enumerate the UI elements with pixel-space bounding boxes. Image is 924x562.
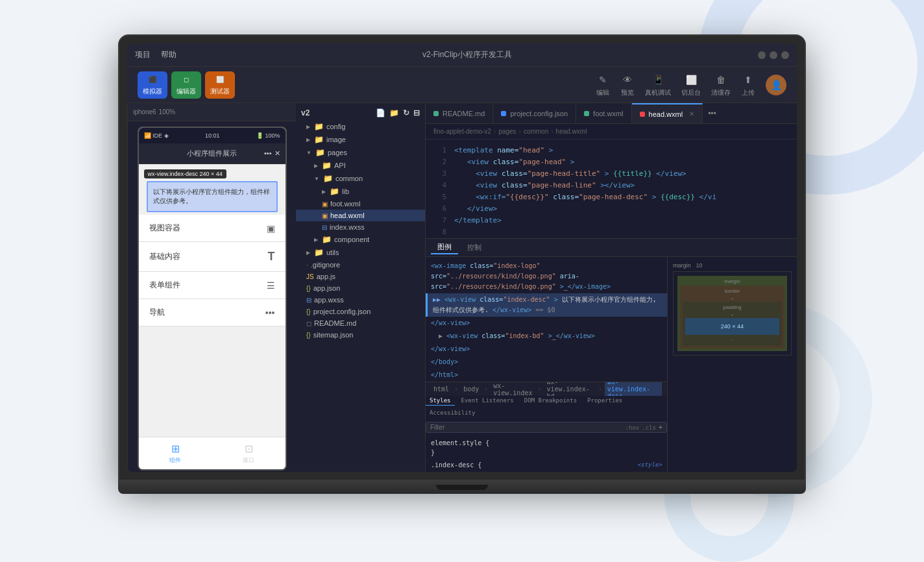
section-text-1: 基础内容 bbox=[149, 251, 180, 262]
tab-head-wxml[interactable]: head.wxml ✕ bbox=[632, 103, 703, 123]
html-node-6[interactable]: </html> bbox=[426, 369, 667, 382]
tab-label: README.md bbox=[443, 110, 485, 117]
section-text-0: 视图容器 bbox=[149, 223, 180, 234]
el-tab-properties[interactable]: Properties bbox=[583, 396, 626, 406]
tree-item-head-wxml[interactable]: ▣ head.wxml bbox=[296, 210, 425, 221]
sel-wx-view-index[interactable]: wx-view.index bbox=[491, 382, 535, 396]
tab-readme[interactable]: README.md bbox=[426, 103, 493, 123]
html-node-1[interactable]: ▶▶ <wx-view class="index-desc" > 以下将展示小程… bbox=[426, 293, 667, 317]
tree-item-project-config[interactable]: {} project.config.json bbox=[296, 306, 425, 317]
tree-item-common[interactable]: ▼ 📁 common bbox=[296, 172, 425, 185]
tree-item-component[interactable]: ▶ 📁 component bbox=[296, 233, 425, 246]
html-node-4[interactable]: </wx-view> bbox=[426, 343, 667, 356]
edit-action[interactable]: ✎ 编辑 bbox=[596, 73, 610, 97]
tree-item-image[interactable]: ▶ 📁 image bbox=[296, 133, 425, 146]
toolbar: ⬛ 模拟器 ◻ 编辑器 ⬜ 测试器 bbox=[127, 67, 797, 103]
phone-section-1[interactable]: 基础内容 T bbox=[139, 242, 286, 272]
code-line-5: 5 <wx:if="{{desc}}" class="page-head-des… bbox=[426, 191, 797, 203]
tree-item-utils[interactable]: ▶ 📁 utils bbox=[296, 246, 425, 259]
el-tab-dom-breakpoints[interactable]: DOM Breakpoints bbox=[520, 396, 581, 406]
tab-close-icon[interactable]: ✕ bbox=[689, 110, 694, 117]
html-node-0[interactable]: <wx-image class="index-logo" src="../res… bbox=[426, 260, 667, 293]
tab-more[interactable]: ••• bbox=[703, 103, 722, 123]
sel-html[interactable]: html bbox=[431, 385, 452, 393]
simulator-label: 模拟器 bbox=[143, 87, 162, 96]
tree-refresh-icon[interactable]: ↻ bbox=[403, 108, 409, 117]
component-nav-label: 组件 bbox=[169, 456, 181, 465]
code-line-6: 6 </view> bbox=[426, 203, 797, 215]
el-tab-event-listeners[interactable]: Event Listeners bbox=[457, 396, 518, 406]
tree-item-label: image bbox=[326, 136, 346, 143]
nav-close-icon[interactable]: ✕ bbox=[274, 149, 280, 158]
file-icon: ▣ bbox=[322, 201, 328, 208]
user-avatar[interactable]: 👤 bbox=[766, 75, 786, 95]
filter-hint-hov[interactable]: :hov bbox=[626, 424, 640, 431]
folder-icon: 📁 bbox=[314, 248, 324, 257]
clear-cache-action[interactable]: 🗑 清缓存 bbox=[711, 73, 731, 97]
upload-label: 上传 bbox=[742, 88, 755, 97]
tree-item-api[interactable]: ▶ 📁 API bbox=[296, 159, 425, 172]
menu-item-project[interactable]: 项目 bbox=[135, 49, 151, 60]
app-title: 小程序组件展示 bbox=[187, 149, 237, 158]
tab-project-config[interactable]: project.config.json bbox=[493, 103, 576, 123]
tree-item-gitignore[interactable]: · .gitignore bbox=[296, 259, 425, 271]
code-line-8: 8 bbox=[426, 226, 797, 238]
filter-input[interactable] bbox=[430, 424, 623, 431]
tree-item-lib[interactable]: ▶ 📁 lib bbox=[296, 185, 425, 198]
real-device-action[interactable]: 📱 真机调试 bbox=[645, 73, 671, 97]
sel-wx-view-index-hd[interactable]: wx-view.index-hd bbox=[544, 382, 596, 396]
html-node-2[interactable]: </wx-view> bbox=[426, 317, 667, 330]
tree-item-pages[interactable]: ▼ 📁 pages bbox=[296, 146, 425, 159]
phone-section-2[interactable]: 表单组件 ☰ bbox=[139, 272, 286, 299]
editor-label: 编辑器 bbox=[176, 87, 196, 96]
device-name: iphone6 bbox=[133, 108, 156, 116]
sel-body[interactable]: body bbox=[461, 385, 481, 393]
bottom-tab-view[interactable]: 图例 bbox=[431, 241, 458, 254]
tree-item-readme[interactable]: ◻ README.md bbox=[296, 317, 425, 329]
tree-item-app-json[interactable]: {} app.json bbox=[296, 282, 425, 294]
editor-button[interactable]: ◻ 编辑器 bbox=[171, 71, 201, 99]
tree-collapse-icon[interactable]: ⊟ bbox=[413, 108, 420, 117]
nav-item-api[interactable]: ⊡ 接口 bbox=[243, 443, 254, 465]
tree-item-app-js[interactable]: JS app.js bbox=[296, 271, 425, 282]
tree-item-sitemap[interactable]: {} sitemap.json bbox=[296, 329, 425, 341]
background-action[interactable]: ⬜ 切后台 bbox=[681, 73, 701, 97]
close-button[interactable] bbox=[781, 51, 789, 59]
tester-button[interactable]: ⬜ 测试器 bbox=[205, 71, 235, 99]
el-tab-styles[interactable]: Styles bbox=[426, 396, 455, 406]
simulator-button[interactable]: ⬛ 模拟器 bbox=[138, 71, 167, 99]
tab-foot-wxml[interactable]: foot.wxml bbox=[576, 103, 631, 123]
box-model-header: margin 10 bbox=[673, 262, 792, 269]
el-tab-accessibility[interactable]: Accessibility bbox=[426, 408, 479, 418]
tab-bar: README.md project.config.json foot.wxml bbox=[426, 103, 797, 124]
maximize-button[interactable] bbox=[770, 51, 777, 59]
tree-new-file-icon[interactable]: 📄 bbox=[376, 108, 385, 117]
menu-item-help[interactable]: 帮助 bbox=[161, 49, 176, 60]
upload-action[interactable]: ⬆ 上传 bbox=[741, 73, 755, 97]
tree-item-foot-wxml[interactable]: ▣ foot.wxml bbox=[296, 198, 425, 210]
chevron-icon: ▼ bbox=[314, 176, 319, 182]
nav-more-icon[interactable]: ••• bbox=[264, 149, 272, 158]
filter-plus-icon[interactable]: + bbox=[659, 424, 663, 431]
html-node-3[interactable]: ▶ <wx-view class="index-bd" >_</wx-view> bbox=[426, 330, 667, 343]
preview-action[interactable]: 👁 预览 bbox=[620, 73, 635, 97]
clear-cache-label: 清缓存 bbox=[711, 88, 731, 97]
sel-wx-view-index-desc[interactable]: wx-view.index-desc bbox=[605, 382, 662, 396]
folder-icon: 📁 bbox=[314, 122, 324, 131]
minimize-button[interactable] bbox=[758, 51, 766, 59]
tree-item-config[interactable]: ▶ 📁 config bbox=[296, 120, 425, 133]
filter-hint-cls[interactable]: .cls bbox=[642, 424, 656, 431]
bottom-tab-control[interactable]: 控制 bbox=[461, 241, 488, 254]
tree-new-folder-icon[interactable]: 📁 bbox=[389, 108, 399, 117]
tab-label: head.wxml bbox=[649, 110, 683, 118]
nav-item-component[interactable]: ⊞ 组件 bbox=[169, 443, 181, 465]
tree-item-index-wxss[interactable]: ⊟ index.wxss bbox=[296, 221, 425, 233]
phone-section-0[interactable]: 视图容器 ▣ bbox=[139, 215, 286, 242]
phone-section-3[interactable]: 导航 ••• bbox=[139, 299, 286, 326]
code-editor[interactable]: 1 <template name="head" > 2 bbox=[426, 140, 797, 238]
html-node-5[interactable]: </body> bbox=[426, 356, 667, 369]
laptop-base bbox=[118, 481, 806, 494]
box-model: margin border - padding - bbox=[673, 271, 792, 356]
tree-item-app-wxss[interactable]: ⊟ app.wxss bbox=[296, 294, 425, 306]
file-icon: ▣ bbox=[322, 212, 328, 219]
